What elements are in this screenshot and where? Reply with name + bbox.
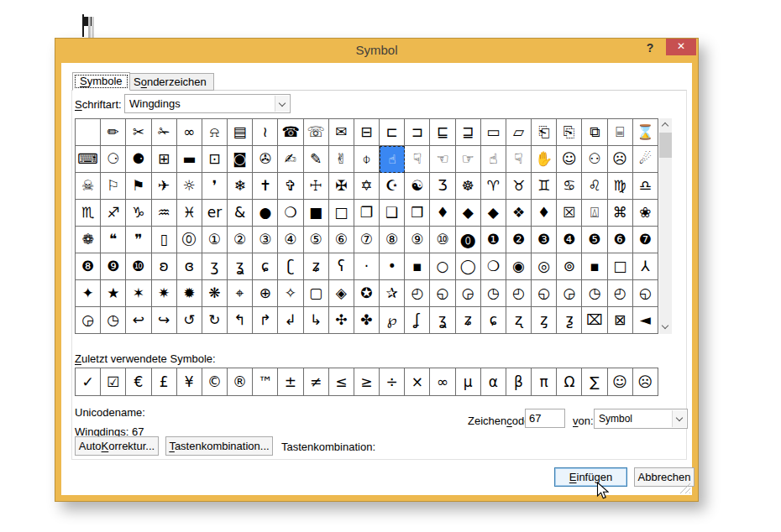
symbol-cell[interactable]: ❍ (481, 253, 506, 280)
symbol-cell[interactable]: ⊟ (354, 119, 380, 146)
recent-symbol-cell[interactable]: ® (228, 368, 253, 396)
symbol-cell[interactable]: ◈ (329, 280, 354, 307)
symbol-cell[interactable]: ✡ (354, 173, 380, 200)
symbol-cell[interactable]: ʓ (430, 307, 455, 334)
symbol-cell[interactable]: ⚆ (101, 146, 126, 173)
symbol-cell[interactable]: ◶ (76, 307, 101, 334)
font-combobox[interactable]: Wingdings (124, 94, 291, 113)
symbol-cell[interactable]: ▤ (228, 119, 253, 146)
recent-symbol-cell[interactable]: ☺ (608, 368, 633, 396)
symbol-cell[interactable]: ✰ (380, 280, 405, 307)
recent-symbol-cell[interactable]: Ω (557, 368, 582, 396)
recent-symbol-cell[interactable]: © (202, 368, 228, 396)
symbol-cell[interactable]: ☼ (177, 173, 202, 200)
symbol-cell[interactable]: ✎ (304, 146, 329, 173)
symbol-cell[interactable]: ɕ (253, 253, 278, 280)
symbol-cell[interactable]: ✧ (278, 280, 303, 307)
symbol-cell[interactable]: ❻ (608, 227, 633, 253)
symbol-cell[interactable]: ⍍ (582, 200, 607, 227)
symbol-cell[interactable]: ✪ (354, 280, 380, 307)
symbol-cell[interactable]: ◷ (582, 280, 607, 307)
font-combobox-dropdown-button[interactable] (275, 96, 289, 112)
symbol-cell[interactable]: ◎ (532, 253, 557, 280)
symbol-cell[interactable]: ▯ (152, 227, 177, 253)
symbol-cell[interactable]: ⌸ (608, 119, 633, 146)
symbol-cell[interactable]: ♎ (633, 173, 658, 200)
symbol-cell[interactable]: ❋ (202, 280, 228, 307)
symbol-cell[interactable]: ◉ (506, 253, 532, 280)
symbol-cell[interactable]: ☄ (633, 146, 658, 173)
help-button[interactable]: ? (642, 41, 658, 58)
charcode-input[interactable] (525, 409, 565, 428)
symbol-cell[interactable]: ☝ (481, 146, 506, 173)
symbol-cell[interactable]: ◆ (481, 200, 506, 227)
recent-symbol-cell[interactable]: € (126, 368, 151, 396)
symbol-cell[interactable]: ✦ (76, 280, 101, 307)
recent-symbol-cell[interactable]: π (532, 368, 557, 396)
symbol-cell[interactable]: ◙ (228, 146, 253, 173)
symbol-cell[interactable]: ◵ (532, 280, 557, 307)
symbol-cell[interactable]: ⎗ (532, 119, 557, 146)
symbol-cell[interactable]: ʒ (202, 253, 228, 280)
symbol-cell[interactable]: ■ (304, 200, 329, 227)
symbol-cell[interactable]: ⓪ (177, 227, 202, 253)
symbol-cell[interactable]: ʚ (152, 253, 177, 280)
symbol-cell[interactable]: ɕ (481, 307, 506, 334)
symbol-cell[interactable]: ♒ (152, 200, 177, 227)
symbol-cell[interactable]: ʑ (304, 253, 329, 280)
recent-symbol-cell[interactable]: ∞ (430, 368, 455, 396)
symbol-cell[interactable]: er (202, 200, 228, 227)
symbol-cell[interactable]: ❄ (228, 173, 253, 200)
symbol-cell[interactable]: ◯ (456, 253, 481, 280)
symbol-cell[interactable]: ❹ (557, 227, 582, 253)
symbol-cell[interactable]: ♈ (481, 173, 506, 200)
symbol-cell[interactable]: ⚑ (126, 173, 151, 200)
symbol-cell[interactable]: ● (253, 200, 278, 227)
symbol-cell[interactable]: □ (329, 200, 354, 227)
symbol-cell[interactable]: ❸ (532, 227, 557, 253)
symbol-cell[interactable]: ❑ (380, 200, 405, 227)
symbol-cell[interactable]: ⊏ (380, 119, 405, 146)
symbol-cell[interactable]: ✌ (329, 146, 354, 173)
symbol-cell[interactable]: & (228, 200, 253, 227)
symbol-cell[interactable]: ④ (278, 227, 303, 253)
symbol-cell[interactable]: ↻ (202, 307, 228, 334)
recent-symbol-cell[interactable]: β (506, 368, 532, 396)
recent-symbol-cell[interactable]: ≥ (354, 368, 380, 396)
symbol-cell[interactable]: ❖ (506, 200, 532, 227)
symbol-cell[interactable]: ♏ (76, 200, 101, 227)
symbol-cell[interactable]: ✋ (532, 146, 557, 173)
symbol-cell[interactable]: • (380, 253, 405, 280)
symbol-cell[interactable]: ❶ (481, 227, 506, 253)
symbol-cell[interactable]: ↺ (177, 307, 202, 334)
symbol-cell[interactable]: ◴ (405, 280, 430, 307)
symbol-cell[interactable]: ☯ (405, 173, 430, 200)
symbol-cell[interactable]: ◶ (456, 280, 481, 307)
scroll-up-button[interactable] (659, 118, 672, 132)
symbol-cell[interactable]: ✁ (152, 119, 177, 146)
symbol-cell[interactable]: ☎ (278, 119, 303, 146)
symbol-cell[interactable]: ⊡ (202, 146, 228, 173)
symbol-cell[interactable]: ✹ (177, 280, 202, 307)
recent-symbol-cell[interactable]: ™ (253, 368, 278, 396)
shortcut-button[interactable]: Tastenkombination... (165, 436, 273, 456)
symbol-cell[interactable]: ✶ (126, 280, 151, 307)
recent-symbol-cell[interactable]: ÷ (380, 368, 405, 396)
recent-symbol-cell[interactable]: ✓ (76, 368, 101, 396)
recent-symbol-cell[interactable]: ∑ (582, 368, 607, 396)
symbol-cell[interactable]: ◷ (481, 280, 506, 307)
symbol-cell[interactable]: ↲ (278, 307, 303, 334)
symbol-cell[interactable]: ☺ (557, 146, 582, 173)
symbol-cell[interactable]: ☪ (380, 173, 405, 200)
symbol-cell[interactable]: ⌛ (633, 119, 658, 146)
symbol-cell[interactable]: ◶ (557, 280, 582, 307)
symbol-cell[interactable]: ʐ (506, 307, 532, 334)
charcode-from-dropdown-button[interactable] (672, 410, 686, 427)
symbol-cell[interactable]: ✞ (278, 173, 303, 200)
symbol-cell[interactable]: · (354, 253, 380, 280)
symbol-cell[interactable]: ✏ (101, 119, 126, 146)
symbol-cell[interactable]: □ (608, 253, 633, 280)
symbol-cell[interactable]: ʓ (228, 253, 253, 280)
symbol-cell[interactable]: ⊒ (456, 119, 481, 146)
charcode-from-combobox[interactable]: Symbol (dezimal) (594, 409, 688, 429)
